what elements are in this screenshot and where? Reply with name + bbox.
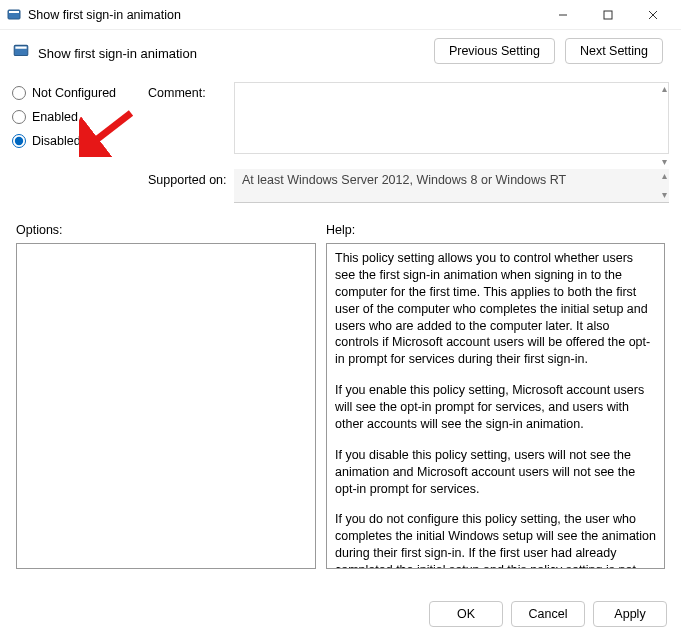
next-setting-button[interactable]: Next Setting: [565, 38, 663, 64]
dialog-buttons: OK Cancel Apply: [429, 601, 667, 627]
help-box[interactable]: This policy setting allows you to contro…: [326, 243, 665, 569]
radio-not-configured[interactable]: Not Configured: [12, 86, 142, 100]
close-button[interactable]: [630, 1, 675, 29]
supported-on-field: At least Windows Server 2012, Windows 8 …: [234, 169, 669, 203]
policy-title: Show first sign-in animation: [38, 42, 434, 61]
ok-button[interactable]: OK: [429, 601, 503, 627]
radio-disabled[interactable]: Disabled: [12, 134, 142, 148]
scroll-down-icon[interactable]: ▾: [662, 190, 667, 200]
supported-on-text: At least Windows Server 2012, Windows 8 …: [242, 173, 566, 187]
cancel-button[interactable]: Cancel: [511, 601, 585, 627]
help-label: Help:: [326, 223, 665, 237]
radio-enabled-input[interactable]: [12, 110, 26, 124]
radio-label: Not Configured: [32, 86, 116, 100]
radio-not-configured-input[interactable]: [12, 86, 26, 100]
minimize-button[interactable]: [540, 1, 585, 29]
options-label: Options:: [16, 223, 316, 237]
radio-enabled[interactable]: Enabled: [12, 110, 142, 124]
help-paragraph: If you disable this policy setting, user…: [335, 447, 656, 498]
state-radios: Not Configured Enabled Disabled: [12, 82, 142, 169]
comment-label: Comment:: [148, 86, 228, 114]
apply-button[interactable]: Apply: [593, 601, 667, 627]
comment-textarea[interactable]: [234, 82, 669, 154]
scroll-down-icon[interactable]: ▾: [662, 157, 667, 167]
radio-label: Enabled: [32, 110, 78, 124]
supported-label: Supported on:: [148, 169, 228, 203]
scroll-up-icon[interactable]: ▴: [662, 171, 667, 181]
help-paragraph: This policy setting allows you to contro…: [335, 250, 656, 368]
header-row: Show first sign-in animation Previous Se…: [12, 38, 669, 64]
help-paragraph: If you enable this policy setting, Micro…: [335, 382, 656, 433]
scroll-up-icon[interactable]: ▴: [662, 84, 667, 94]
previous-setting-button[interactable]: Previous Setting: [434, 38, 555, 64]
svg-rect-7: [15, 47, 26, 49]
policy-icon: [12, 42, 30, 60]
svg-rect-1: [9, 11, 19, 13]
radio-label: Disabled: [32, 134, 81, 148]
help-paragraph: If you do not configure this policy sett…: [335, 511, 656, 569]
options-box: [16, 243, 316, 569]
svg-rect-3: [604, 11, 612, 19]
titlebar: Show first sign-in animation: [0, 0, 681, 30]
policy-icon: [6, 7, 22, 23]
window-title: Show first sign-in animation: [28, 8, 540, 22]
radio-disabled-input[interactable]: [12, 134, 26, 148]
maximize-button[interactable]: [585, 1, 630, 29]
